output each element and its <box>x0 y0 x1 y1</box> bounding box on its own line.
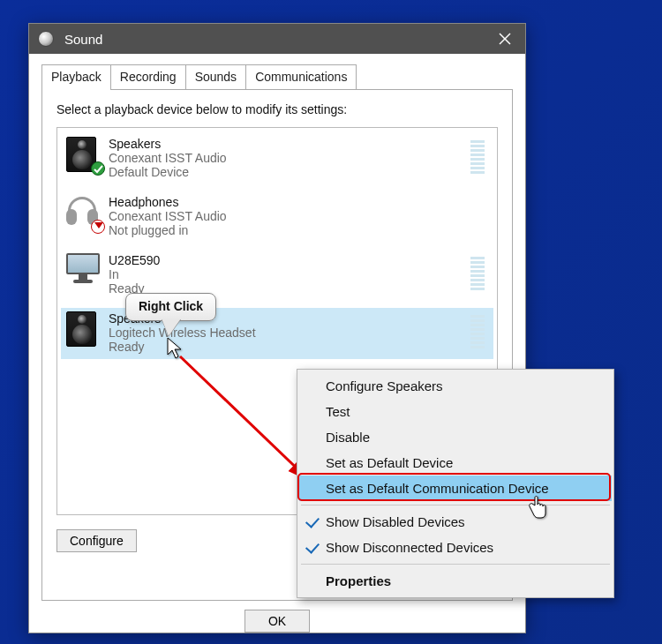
device-row[interactable]: Speakers Conexant ISST Audio Default Dev… <box>61 133 493 184</box>
device-driver: In <box>109 267 465 281</box>
device-driver: Conexant ISST Audio <box>109 209 488 223</box>
device-name: Headphones <box>109 195 488 209</box>
tab-playback[interactable]: Playback <box>41 64 111 90</box>
default-check-badge <box>91 161 105 176</box>
titlebar[interactable]: Sound <box>29 24 525 54</box>
device-row[interactable]: U28E590 In Ready <box>61 250 493 301</box>
ctx-set-default-communication-device[interactable]: Set as Default Communication Device <box>299 476 612 501</box>
instruction-text: Select a playback device below to modify… <box>56 102 498 116</box>
callout-text: Right Click <box>139 299 203 313</box>
ctx-show-disabled-devices[interactable]: Show Disabled Devices <box>299 509 612 535</box>
device-driver: Conexant ISST Audio <box>109 151 465 165</box>
unplugged-badge <box>91 220 105 234</box>
configure-button[interactable]: Configure <box>56 529 137 552</box>
level-meter <box>470 311 485 348</box>
right-click-callout: Right Click <box>125 293 216 321</box>
tab-recording[interactable]: Recording <box>110 64 186 89</box>
level-meter <box>470 253 485 290</box>
menu-separator <box>301 505 610 505</box>
ctx-configure-speakers[interactable]: Configure Speakers <box>299 373 612 399</box>
device-name: Speakers <box>109 137 465 151</box>
context-menu[interactable]: Configure Speakers Test Disable Set as D… <box>297 369 614 598</box>
speaker-icon <box>66 311 102 348</box>
ctx-disable[interactable]: Disable <box>299 424 612 450</box>
tab-sounds[interactable]: Sounds <box>185 64 246 89</box>
ctx-test[interactable]: Test <box>299 399 612 424</box>
sound-icon <box>38 31 54 47</box>
device-status: Not plugged in <box>109 223 488 237</box>
close-icon <box>499 33 511 45</box>
cursor-icon <box>167 337 184 363</box>
level-meter <box>470 137 485 174</box>
ctx-properties[interactable]: Properties <box>299 568 612 594</box>
device-row[interactable]: Headphones Conexant ISST Audio Not plugg… <box>61 191 493 243</box>
ctx-show-disconnected-devices[interactable]: Show Disconnected Devices <box>299 535 612 560</box>
device-name: U28E590 <box>109 253 465 267</box>
headphones-icon <box>66 195 102 232</box>
menu-separator <box>301 564 610 565</box>
device-status: Ready <box>109 340 465 354</box>
window-title: Sound <box>64 32 485 47</box>
ctx-set-default-device[interactable]: Set as Default Device <box>299 450 612 476</box>
speaker-icon <box>66 137 102 174</box>
svg-marker-2 <box>168 338 181 358</box>
monitor-icon <box>66 253 102 290</box>
dialog-footer: OK <box>41 601 513 633</box>
ok-button[interactable]: OK <box>244 610 310 633</box>
pointer-hand-icon <box>528 496 547 521</box>
close-button[interactable] <box>485 24 525 54</box>
tab-communications[interactable]: Communications <box>245 64 357 89</box>
tab-strip: Playback Recording Sounds Communications <box>41 64 513 89</box>
device-status: Default Device <box>109 165 465 179</box>
